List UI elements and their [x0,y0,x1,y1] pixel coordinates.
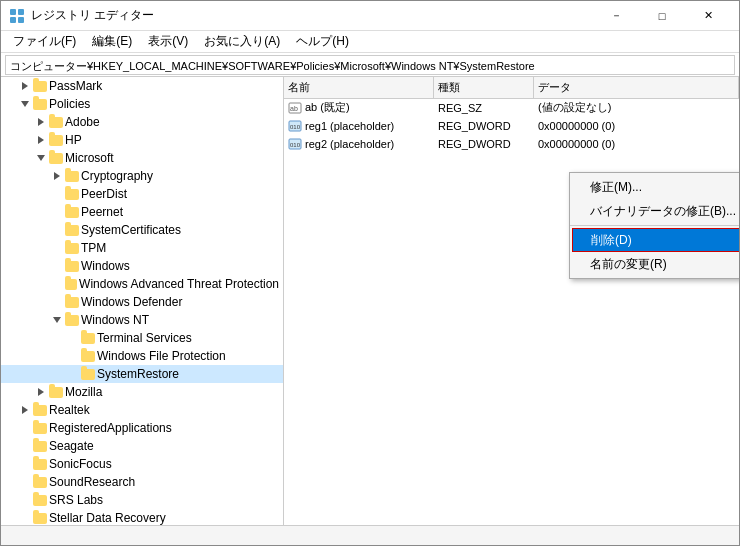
tree-item-watprot[interactable]: Windows Advanced Threat Protection [1,275,283,293]
title-bar: レジストリ エディター － □ ✕ [1,1,739,31]
svg-text:010: 010 [290,124,301,130]
expand-windowsnt[interactable] [49,312,65,328]
expand-adobe[interactable] [33,114,49,130]
ab-icon: ab [288,101,302,115]
tree-item-stellar[interactable]: Stellar Data Recovery [1,509,283,525]
expand-passmark[interactable] [17,78,33,94]
address-input[interactable]: コンピューター¥HKEY_LOCAL_MACHINE¥SOFTWARE¥Poli… [5,55,735,75]
main-content: PassMark Policies Adobe HP [1,77,739,525]
context-menu-modify[interactable]: 修正(M)... [570,175,739,199]
value-data: 0x00000000 (0) [534,120,739,132]
expand-mozilla[interactable] [33,384,49,400]
list-item[interactable]: 010 reg2 (placeholder) REG_DWORD 0x00000… [284,135,739,153]
menu-file[interactable]: ファイル(F) [5,31,84,53]
tree-item-systemrestore[interactable]: SystemRestore [1,365,283,383]
tree-item-windowsnt[interactable]: Windows NT [1,311,283,329]
folder-icon-stellar [33,513,47,524]
folder-icon-srslabs [33,495,47,506]
folder-icon-seagate [33,441,47,452]
folder-icon-watprot [65,279,77,290]
tree-item-hp[interactable]: HP [1,131,283,149]
list-header: 名前 種類 データ [284,77,739,99]
col-header-data[interactable]: データ [534,77,739,98]
folder-icon-winfileprotect [81,351,95,362]
tree-item-sonicfocus[interactable]: SonicFocus [1,455,283,473]
svg-text:010: 010 [290,142,301,148]
folder-icon-hp [49,135,63,146]
tree-item-adobe[interactable]: Adobe [1,113,283,131]
tree-item-microsoft[interactable]: Microsoft [1,149,283,167]
tree-item-seagate[interactable]: Seagate [1,437,283,455]
tree-item-wdefender[interactable]: Windows Defender [1,293,283,311]
expand-stellar [17,510,33,525]
value-name: 010 reg2 (placeholder) [284,137,434,151]
folder-icon-regapps [33,423,47,434]
folder-icon-peernet [65,207,79,218]
tree-item-policies[interactable]: Policies [1,95,283,113]
context-menu-rename[interactable]: 名前の変更(R) [570,252,739,276]
expand-policies[interactable] [17,96,33,112]
registry-editor-window: レジストリ エディター － □ ✕ ファイル(F) 編集(E) 表示(V) お気… [0,0,740,546]
tree-item-realtek[interactable]: Realtek [1,401,283,419]
tree-item-mozilla[interactable]: Mozilla [1,383,283,401]
tree-item-peernet[interactable]: Peernet [1,203,283,221]
expand-realtek[interactable] [17,402,33,418]
tree-item-tpm[interactable]: TPM [1,239,283,257]
svg-rect-3 [18,17,24,23]
folder-icon-adobe [49,117,63,128]
list-item[interactable]: ab ab (既定) REG_SZ (値の設定なし) [284,99,739,117]
folder-icon-peerdist [65,189,79,200]
window-title: レジストリ エディター [31,7,593,24]
folder-icon-windows [65,261,79,272]
tree-item-peerdist[interactable]: PeerDist [1,185,283,203]
menu-favorites[interactable]: お気に入り(A) [196,31,288,53]
tree-item-windows[interactable]: Windows [1,257,283,275]
menu-edit[interactable]: 編集(E) [84,31,140,53]
expand-microsoft[interactable] [33,150,49,166]
context-menu-separator [570,225,739,226]
list-item[interactable]: 010 reg1 (placeholder) REG_DWORD 0x00000… [284,117,739,135]
tree-item-srslabs[interactable]: SRS Labs [1,491,283,509]
registry-values-panel: 名前 種類 データ ab ab (既 [284,77,739,525]
value-data: (値の設定なし) [534,100,739,115]
expand-wdefender [49,294,65,310]
tree-item-termservices[interactable]: Terminal Services [1,329,283,347]
value-name: ab ab (既定) [284,100,434,115]
tree-item-winfileprotect[interactable]: Windows File Protection [1,347,283,365]
registry-values-list[interactable]: ab ab (既定) REG_SZ (値の設定なし) 010 reg1 (pl [284,99,739,525]
value-type: REG_DWORD [434,138,534,150]
reg-icon: 010 [288,137,302,151]
value-name: 010 reg1 (placeholder) [284,119,434,133]
svg-text:ab: ab [290,105,298,112]
col-header-name[interactable]: 名前 [284,77,434,98]
window-controls: － □ ✕ [593,1,731,31]
svg-rect-0 [10,9,16,15]
expand-termservices [65,330,81,346]
bottom-status-bar [1,525,739,545]
menu-bar: ファイル(F) 編集(E) 表示(V) お気に入り(A) ヘルプ(H) [1,31,739,53]
tree-item-systemcert[interactable]: SystemCertificates [1,221,283,239]
col-header-type[interactable]: 種類 [434,77,534,98]
close-button[interactable]: ✕ [685,1,731,31]
folder-icon-systemcert [65,225,79,236]
expand-regapps [17,420,33,436]
expand-soundresearch [17,474,33,490]
expand-tpm [49,240,65,256]
reg-icon: 010 [288,119,302,133]
tree-item-soundresearch[interactable]: SoundResearch [1,473,283,491]
menu-help[interactable]: ヘルプ(H) [288,31,357,53]
context-menu: 修正(M)... バイナリデータの修正(B)... 削除(D) 名前の変更(R) [569,172,739,279]
context-menu-modify-binary[interactable]: バイナリデータの修正(B)... [570,199,739,223]
tree-item-cryptography[interactable]: Cryptography [1,167,283,185]
minimize-button[interactable]: － [593,1,639,31]
menu-view[interactable]: 表示(V) [140,31,196,53]
tree-item-passmark[interactable]: PassMark [1,77,283,95]
registry-tree[interactable]: PassMark Policies Adobe HP [1,77,284,525]
context-menu-delete[interactable]: 削除(D) [572,228,739,252]
address-bar: コンピューター¥HKEY_LOCAL_MACHINE¥SOFTWARE¥Poli… [1,53,739,77]
expand-cryptography[interactable] [49,168,65,184]
maximize-button[interactable]: □ [639,1,685,31]
folder-icon-windowsnt [65,315,79,326]
tree-item-regapps[interactable]: RegisteredApplications [1,419,283,437]
expand-hp[interactable] [33,132,49,148]
